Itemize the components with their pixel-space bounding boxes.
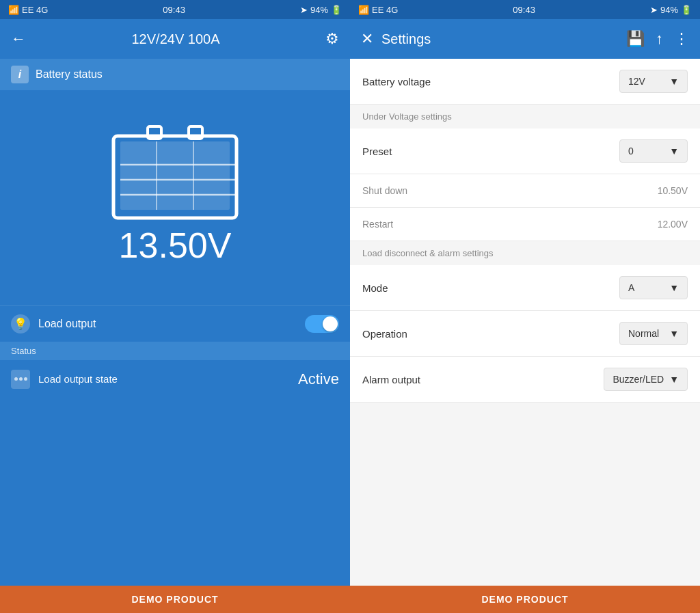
- right-demo-label: DEMO PRODUCT: [481, 594, 568, 605]
- load-output-state-label: Load output state: [38, 373, 118, 385]
- restart-value: 12.00V: [658, 219, 688, 230]
- right-signal-icon: 📶: [358, 5, 369, 15]
- right-content-spacer: [350, 403, 700, 539]
- mode-label: Mode: [362, 282, 388, 294]
- load-output-toggle[interactable]: [305, 315, 339, 333]
- left-app-header: ← 12V/24V 100A ⚙: [0, 19, 350, 59]
- under-voltage-section: Under Voltage settings: [350, 105, 700, 128]
- shutdown-row: Shut down 10.50V: [350, 174, 700, 208]
- svg-rect-6: [120, 141, 230, 210]
- shutdown-label: Shut down: [362, 185, 407, 196]
- settings-content: Battery voltage 12V ▼ Under Voltage sett…: [350, 59, 700, 586]
- preset-arrow: ▼: [669, 146, 679, 156]
- battery-icon-status: 🔋: [331, 5, 342, 15]
- battery-status-header: i Battery status: [0, 59, 350, 90]
- settings-header: ✕ Settings 💾 ↑ ⋮: [350, 19, 700, 59]
- battery-status-label: Battery status: [36, 68, 103, 81]
- close-button[interactable]: ✕: [361, 30, 373, 48]
- battery-voltage-label: Battery voltage: [362, 76, 431, 87]
- battery-voltage-arrow: ▼: [669, 76, 679, 87]
- mode-row: Mode A ▼: [350, 265, 700, 311]
- operation-row: Operation Normal ▼: [350, 311, 700, 357]
- operation-arrow: ▼: [669, 328, 679, 339]
- mode-dropdown[interactable]: A ▼: [619, 276, 688, 299]
- load-output-state-value: Active: [298, 370, 339, 388]
- right-status-carrier-area: 📶 EE 4G: [358, 5, 398, 15]
- alarm-output-value: Buzzer/LED: [612, 374, 664, 385]
- back-button[interactable]: ←: [11, 30, 26, 48]
- right-status-bar: 📶 EE 4G 09:43 ➤ 94% 🔋: [350, 0, 700, 19]
- status-section-header: Status: [0, 342, 350, 360]
- load-output-label: Load output: [38, 318, 297, 330]
- left-app-title: 12V/24V 100A: [26, 31, 325, 47]
- left-battery-text: 94%: [310, 5, 328, 15]
- dot2: [19, 377, 23, 381]
- load-disconnect-label: Load disconnect & alarm settings: [362, 248, 494, 258]
- operation-dropdown[interactable]: Normal ▼: [619, 322, 688, 345]
- battery-svg: [107, 115, 243, 225]
- load-output-row: 💡 Load output: [0, 305, 350, 342]
- battery-voltage: 13.50V: [119, 225, 232, 266]
- left-time: 09:43: [163, 5, 185, 15]
- right-battery-text: 94%: [660, 5, 678, 15]
- right-demo-bar: DEMO PRODUCT: [350, 586, 700, 613]
- left-carrier-text: EE 4G: [22, 5, 48, 15]
- right-phone-screen: 📶 EE 4G 09:43 ➤ 94% 🔋 ✕ Settings 💾 ↑ ⋮: [350, 0, 700, 613]
- preset-label: Preset: [362, 146, 392, 157]
- right-carrier-text: EE 4G: [372, 5, 398, 15]
- right-time: 09:43: [513, 5, 535, 15]
- load-state-left: Load output state: [11, 370, 118, 389]
- mode-value: A: [628, 282, 634, 293]
- shutdown-value: 10.50V: [658, 185, 688, 196]
- dot1: [14, 377, 18, 381]
- left-battery-area: ➤ 94% 🔋: [300, 5, 342, 15]
- preset-value: 0: [628, 146, 634, 156]
- settings-title: Settings: [373, 31, 626, 47]
- alarm-output-arrow: ▼: [669, 374, 679, 385]
- battery-voltage-dropdown[interactable]: 12V ▼: [619, 70, 688, 93]
- settings-header-icons: 💾 ↑ ⋮: [626, 30, 689, 48]
- battery-voltage-value: 12V: [628, 76, 645, 87]
- preset-dropdown[interactable]: 0 ▼: [619, 139, 688, 163]
- status-section-label: Status: [11, 346, 36, 356]
- more-button[interactable]: ⋮: [674, 30, 689, 48]
- dot3: [24, 377, 27, 381]
- left-phone-screen: 📶 EE 4G 09:43 ➤ 94% 🔋 ← 12V/24V 100A ⚙ i…: [0, 0, 350, 613]
- operation-label: Operation: [362, 328, 407, 340]
- left-demo-bar: DEMO PRODUCT: [0, 586, 350, 613]
- preset-row: Preset 0 ▼: [350, 128, 700, 174]
- alarm-output-label: Alarm output: [362, 374, 420, 385]
- restart-row: Restart 12.00V: [350, 208, 700, 241]
- left-status-bar: 📶 EE 4G 09:43 ➤ 94% 🔋: [0, 0, 350, 19]
- right-location-icon: ➤: [650, 5, 658, 15]
- operation-value: Normal: [628, 328, 659, 339]
- right-battery-icon: 🔋: [681, 5, 692, 15]
- signal-icon: 📶: [8, 5, 19, 15]
- battery-visual-area: 13.50V: [0, 90, 350, 305]
- restart-label: Restart: [362, 219, 393, 230]
- alarm-output-dropdown[interactable]: Buzzer/LED ▼: [604, 368, 688, 391]
- info-icon: i: [11, 66, 29, 83]
- dots-icon: [11, 370, 30, 389]
- bulb-icon: 💡: [11, 314, 30, 333]
- load-output-state-row: Load output state Active: [0, 360, 350, 398]
- battery-voltage-row: Battery voltage 12V ▼: [350, 59, 700, 105]
- left-demo-label: DEMO PRODUCT: [131, 594, 218, 605]
- settings-button[interactable]: ⚙: [325, 30, 339, 48]
- left-status-carrier-area: 📶 EE 4G: [8, 5, 48, 15]
- save-button[interactable]: 💾: [626, 30, 645, 48]
- load-disconnect-section: Load disconnect & alarm settings: [350, 241, 700, 265]
- mode-arrow: ▼: [669, 282, 679, 293]
- alarm-output-row: Alarm output Buzzer/LED ▼: [350, 357, 700, 403]
- under-voltage-label: Under Voltage settings: [362, 111, 452, 122]
- left-spacer: [0, 398, 350, 586]
- location-icon: ➤: [300, 5, 308, 15]
- share-button[interactable]: ↑: [656, 30, 663, 48]
- right-battery-area: ➤ 94% 🔋: [650, 5, 692, 15]
